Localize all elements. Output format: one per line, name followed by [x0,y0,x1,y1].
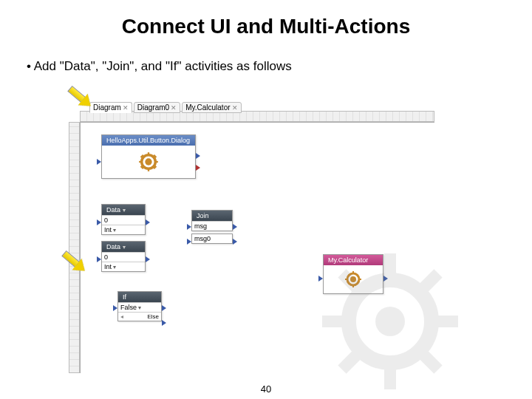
tab-mycalculator[interactable]: My.Calculator✕ [182,102,241,113]
svg-rect-14 [345,279,348,280]
dropdown-icon[interactable]: ▾ [123,207,126,214]
output-handle[interactable] [146,219,150,225]
node-title: If [118,292,161,302]
close-icon[interactable]: ✕ [232,104,238,112]
output-handle[interactable] [146,256,150,262]
output-handle[interactable] [233,239,237,245]
node-title: Data ▾ [102,205,145,215]
tab-diagram0[interactable]: Diagram0✕ [134,102,180,113]
else-row: ◂Else [118,312,161,321]
input-handle[interactable] [187,224,191,230]
tab-label: My.Calculator [185,103,230,112]
output-handle-else[interactable] [162,320,166,326]
else-text: Else [147,313,159,320]
node-button-dialog[interactable]: HelloApps.Util.Button.Dialog [101,134,196,179]
input-handle[interactable] [97,159,101,165]
page-number: 40 [0,383,532,395]
tab-label: Diagram0 [137,103,169,112]
output-handle[interactable] [196,153,200,159]
close-icon[interactable]: ✕ [171,104,177,112]
node-join[interactable]: Join msg [191,210,233,231]
svg-point-10 [350,276,356,282]
msg-row: msg [192,221,232,231]
svg-point-0 [145,158,151,165]
svg-rect-15 [358,279,361,280]
type-row: Int ▾ [102,225,145,234]
page-title: Connect UI and Multi-Actions [0,15,532,38]
msg-text: msg [194,222,207,230]
diagram-canvas[interactable]: Diagram✕ Diagram0✕ My.Calculator✕ HelloA… [80,122,434,373]
output-handle[interactable] [383,276,388,282]
type-row: Int ▾ [102,262,145,271]
msg0-text: msg0 [194,235,211,242]
node-body [102,146,195,178]
condition-row: False ▾ [118,302,161,312]
svg-rect-20 [437,316,458,327]
node-if[interactable]: If False ▾ ◂Else [117,291,162,321]
node-title: My.Calculator [324,255,383,265]
output-handle[interactable] [233,224,237,230]
node-data-2[interactable]: Data ▾ 0 Int ▾ [101,241,146,272]
gear-icon [138,151,159,172]
svg-point-25 [375,307,405,336]
input-handle[interactable] [113,305,117,311]
pointer-arrow-top [66,90,95,105]
editor-tabs: Diagram✕ Diagram0✕ My.Calculator✕ [89,102,242,113]
input-handle[interactable] [318,276,323,282]
node-data-1[interactable]: Data ▾ 0 Int ▾ [101,204,146,235]
svg-rect-17 [384,253,396,274]
dropdown-icon[interactable]: ▾ [113,264,116,270]
dropdown-icon[interactable]: ▾ [113,227,116,233]
instruction-text: Add "Data", "Join", and "If" activities … [34,59,292,73]
value-row: 0 [102,215,145,225]
node-join-msg0[interactable]: msg0 [191,233,233,244]
value-text: 0 [104,216,108,224]
input-handle[interactable] [187,239,191,245]
input-handle-small[interactable]: ◂ [120,313,123,320]
svg-rect-12 [352,271,354,274]
input-handle[interactable] [97,256,101,262]
value-row: 0 [102,252,145,262]
ruler-vertical [69,122,80,373]
svg-rect-21 [420,269,443,292]
value-text: 0 [104,253,108,261]
svg-rect-19 [322,316,343,327]
msg0-row: msg0 [192,234,232,243]
svg-rect-13 [352,284,354,287]
node-mycalculator[interactable]: My.Calculator [323,254,383,294]
svg-rect-24 [420,351,443,374]
node-title: HelloApps.Util.Button.Dialog [102,135,195,146]
output-handle-error[interactable] [196,165,200,171]
svg-rect-22 [338,351,361,374]
type-text: Int [104,226,112,233]
pointer-arrow-bottom [61,255,89,270]
close-icon[interactable]: ✕ [123,104,129,112]
dropdown-icon[interactable]: ▾ [138,304,141,311]
output-handle[interactable] [162,305,166,311]
gear-icon [344,270,362,288]
instruction-bullet: • Add "Data", "Join", and "If" activitie… [27,59,532,74]
node-title: Data ▾ [102,242,145,252]
condition-text: False [120,304,137,311]
dropdown-icon[interactable]: ▾ [123,244,126,250]
type-text: Int [104,263,112,270]
input-handle[interactable] [97,219,101,225]
node-title: Join [192,211,232,221]
tab-diagram[interactable]: Diagram✕ [89,102,132,113]
tab-label: Diagram [93,103,121,112]
node-body [324,265,383,293]
